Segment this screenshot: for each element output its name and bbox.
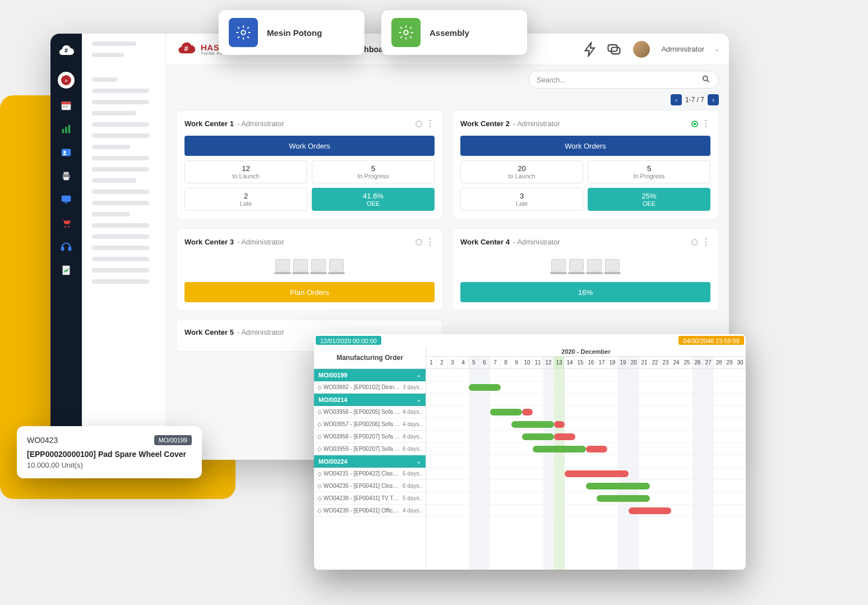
gantt-day-header[interactable]: 11 [533, 357, 543, 368]
gantt-day-header[interactable]: 19 [618, 357, 629, 368]
cloud-logo-icon[interactable]: # [56, 41, 76, 62]
skeleton-line [92, 122, 149, 127]
skeleton-line [92, 145, 130, 149]
gantt-day-header[interactable]: 15 [575, 357, 586, 368]
cart-icon[interactable] [59, 216, 73, 230]
kebab-menu-icon[interactable]: ⋮ [426, 118, 435, 129]
gantt-mo-header[interactable]: MO/00199⌄ [314, 369, 426, 381]
gantt-day-header[interactable]: 16 [586, 357, 597, 368]
gantt-day-header[interactable]: 14 [565, 357, 575, 368]
gantt-day-header[interactable]: 13 [554, 357, 565, 368]
gantt-wo-row[interactable]: ◇ WO04231 - [EP00422] Classic Draw..6 da… [314, 468, 426, 480]
gantt-day-header[interactable]: 1 [426, 357, 437, 368]
gantt-wo-row[interactable]: ◇ WO03957 - [EP00206] Sofa 1 seat wh..4 … [314, 418, 426, 431]
gantt-wo-row[interactable]: ◇ WO03958 - [EP00207] Sofa 1 seat br..4 … [314, 431, 426, 443]
gantt-day-header[interactable]: 28 [714, 357, 724, 368]
gantt-day-header[interactable]: 17 [597, 357, 607, 368]
gantt-bar[interactable] [597, 495, 650, 502]
pager-prev-button[interactable]: ‹ [671, 94, 682, 105]
gantt-timeline[interactable]: 2020 - December 123456789101112131415161… [426, 347, 746, 570]
work-order-popup: WO0423 MO/00199 [EPP00020000100] Pad Spa… [17, 426, 202, 478]
gantt-wo-row[interactable]: ◇ WO04238 - [EP00431] TV Table 60A5 days… [314, 492, 426, 505]
gantt-day-header[interactable]: 8 [501, 357, 511, 368]
gantt-wo-row[interactable]: ◇ WO03882 - [EP00102] Dining Table..3 da… [314, 381, 426, 394]
workcenter-admin: Administrator [241, 238, 284, 246]
gantt-day-header[interactable]: 21 [639, 357, 650, 368]
popup-mo-badge[interactable]: MO/00199 [154, 435, 192, 445]
plan-orders-button[interactable]: Plan Orders [184, 282, 435, 302]
stat-oee[interactable]: 25%OEE [588, 188, 710, 211]
gantt-wo-row[interactable]: ◇ WO03956 - [EP00205] Sofa 1 seat bl..4 … [314, 406, 426, 418]
gantt-wo-row[interactable]: ◇ WO04235 - [EP00431] Closet Drawe..6 da… [314, 480, 426, 492]
pager-next-button[interactable]: › [708, 94, 719, 105]
gantt-day-header[interactable]: 10 [522, 357, 533, 368]
gantt-bar[interactable] [469, 384, 501, 391]
percent-button[interactable]: 16% [460, 282, 710, 302]
monitor-icon[interactable] [59, 193, 73, 206]
gantt-bar[interactable] [586, 483, 650, 489]
gantt-day-header[interactable]: 29 [724, 357, 735, 368]
gantt-day-header[interactable]: 18 [607, 357, 618, 368]
gantt-day-header[interactable]: 7 [490, 357, 501, 368]
gantt-day-header[interactable]: 26 [692, 357, 703, 368]
gantt-bar[interactable] [533, 446, 586, 452]
gantt-day-header[interactable]: 5 [469, 357, 479, 368]
gantt-bar[interactable] [565, 470, 629, 477]
gantt-day-header[interactable]: 24 [671, 357, 682, 368]
gantt-wo-row[interactable]: ◇ WO03959 - [EP00207] Sofa L seat bl..6 … [314, 443, 426, 455]
gantt-bar[interactable] [554, 433, 575, 440]
avatar[interactable] [633, 41, 650, 58]
stat-late[interactable]: 2Late [184, 188, 307, 211]
kebab-menu-icon[interactable]: ⋮ [701, 237, 710, 247]
gantt-day-header[interactable]: 9 [511, 357, 522, 368]
gantt-bar[interactable] [629, 507, 671, 514]
chart-bar-icon[interactable] [59, 122, 73, 136]
gantt-bar[interactable] [586, 446, 607, 452]
popup-units: 10.000,00 Unit(s) [27, 461, 192, 469]
work-orders-button[interactable]: Work Orders [184, 136, 435, 156]
gantt-day-header[interactable]: 22 [650, 357, 661, 368]
chip-mesin-potong[interactable]: Mesin Potong [219, 10, 364, 55]
chip-assembly[interactable]: Assembly [381, 10, 527, 55]
gantt-bar[interactable] [522, 409, 533, 415]
kebab-menu-icon[interactable]: ⋮ [426, 237, 435, 247]
gantt-day-header[interactable]: 6 [479, 357, 490, 368]
svg-rect-4 [62, 102, 71, 105]
stat-in-progress[interactable]: 5In Progress [312, 160, 435, 183]
lightning-icon[interactable] [583, 41, 598, 57]
stat-in-progress[interactable]: 5In Progress [588, 160, 710, 183]
calendar-icon[interactable] [59, 99, 73, 112]
gantt-day-header[interactable]: 20 [629, 357, 639, 368]
user-name[interactable]: Administrator [661, 45, 704, 53]
gantt-bar[interactable] [511, 421, 554, 428]
gantt-mo-header[interactable]: MO/00224⌄ [314, 455, 426, 468]
gantt-day-header[interactable]: 27 [703, 357, 714, 368]
expand-nav-button[interactable]: » [58, 72, 75, 89]
stat-to-launch[interactable]: 20to Launch [460, 160, 583, 183]
printer-icon[interactable] [59, 169, 73, 183]
search-input[interactable]: Search... [528, 71, 719, 89]
gantt-wo-row[interactable]: ◇ WO04239 - [EP00431] Office Desk B..4 d… [314, 505, 426, 517]
gantt-day-header[interactable]: 30 [735, 357, 746, 368]
headset-icon[interactable] [59, 240, 73, 253]
stat-late[interactable]: 3Late [460, 188, 583, 211]
stat-to-launch[interactable]: 12to Launch [184, 160, 307, 183]
chat-icon[interactable] [606, 41, 622, 57]
gantt-bar[interactable] [554, 421, 565, 428]
gantt-mo-header[interactable]: MO/00214⌄ [314, 394, 426, 406]
chevron-down-icon[interactable]: ⌄ [714, 46, 719, 52]
gantt-day-header[interactable]: 12 [543, 357, 554, 368]
report-icon[interactable] [59, 264, 73, 277]
gantt-bar[interactable] [490, 409, 522, 415]
gantt-bar[interactable] [522, 433, 554, 440]
gantt-day-header[interactable]: 3 [447, 357, 458, 368]
gantt-day-header[interactable]: 2 [437, 357, 447, 368]
user-badge-icon[interactable] [59, 146, 73, 159]
gantt-day-header[interactable]: 4 [458, 357, 469, 368]
stat-oee[interactable]: 41.6%OEE [312, 188, 435, 211]
skeleton-line [92, 246, 149, 250]
kebab-menu-icon[interactable]: ⋮ [701, 118, 710, 129]
gantt-day-header[interactable]: 23 [661, 357, 671, 368]
gantt-day-header[interactable]: 25 [682, 357, 692, 368]
work-orders-button[interactable]: Work Orders [460, 136, 710, 156]
